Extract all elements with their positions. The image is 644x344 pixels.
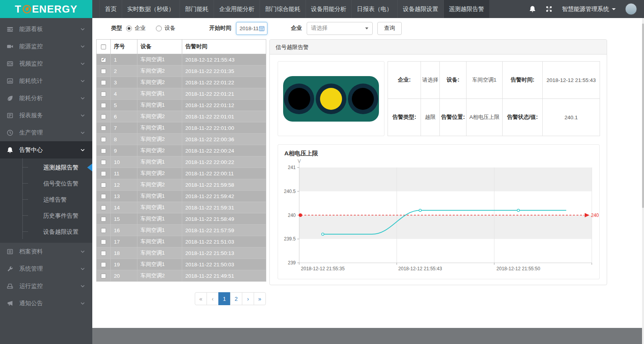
row-checkbox[interactable] [101, 228, 106, 233]
row-checkbox[interactable] [101, 137, 106, 142]
table-row[interactable]: 20车间空调22018-11-22 21:49:51 [97, 270, 266, 282]
table-row[interactable]: 19车间空调12018-11-22 21:50:03 [97, 259, 266, 270]
row-checkbox[interactable] [101, 69, 106, 74]
top-nav-item[interactable]: 首页 [99, 0, 122, 18]
row-checkbox[interactable] [101, 251, 106, 256]
table-row[interactable]: 15车间空调12018-11-22 21:58:49 [97, 213, 266, 225]
sidebar-item[interactable]: 能耗统计 [0, 72, 92, 89]
scrollbar-thumb[interactable] [642, 24, 644, 208]
top-nav-item[interactable]: 部门能耗 [179, 0, 214, 18]
row-checkbox[interactable] [101, 103, 106, 108]
sidebar-subitem[interactable]: 设备越限设置 [0, 224, 92, 240]
row-checkbox-cell [97, 122, 111, 134]
row-checkbox[interactable] [101, 126, 106, 131]
calendar-icon[interactable] [259, 25, 265, 31]
sidebar-item[interactable]: 能源监控 [0, 38, 92, 55]
row-checkbox[interactable] [101, 91, 106, 96]
row-checkbox[interactable] [101, 273, 106, 278]
row-checkbox[interactable] [101, 262, 106, 267]
top-nav-item[interactable]: 日报表（电） [351, 0, 397, 18]
table-row[interactable]: 16车间空调12018-11-22 21:57:59 [97, 225, 266, 236]
radio-device[interactable]: 设备 [156, 25, 176, 32]
sidebar-item[interactable]: 通知公告 [0, 295, 92, 312]
row-checkbox[interactable] [101, 160, 106, 165]
page-button[interactable]: 1 [218, 292, 231, 305]
query-button[interactable]: 查询 [377, 22, 402, 35]
row-checkbox[interactable] [101, 148, 106, 153]
row-cell-time: 2018-11-22 21:50:03 [182, 259, 266, 270]
avatar[interactable] [625, 3, 637, 15]
table-row[interactable]: 3车间空调22018-11-22 22:01:22 [97, 77, 266, 88]
table-row[interactable]: 4车间空调12018-11-22 22:01:21 [97, 88, 266, 100]
table-row[interactable]: 17车间空调12018-11-22 21:51:03 [97, 236, 266, 248]
table-row[interactable]: 2车间空调22018-11-22 22:01:35 [97, 66, 266, 77]
sidebar-item[interactable]: 系统管理 [0, 260, 92, 277]
page-button[interactable]: 2 [230, 292, 242, 305]
page-button[interactable]: › [242, 292, 254, 305]
row-cell-num: 15 [111, 213, 137, 225]
sidebar-item[interactable]: 能耗分析 [0, 89, 92, 107]
row-checkbox[interactable] [101, 205, 106, 210]
table-row[interactable]: 6车间空调22018-11-22 22:01:01 [97, 111, 266, 122]
row-checkbox-cell [97, 202, 111, 213]
row-checkbox[interactable] [101, 57, 106, 62]
sidebar-item[interactable]: 档案资料 [0, 243, 92, 260]
table-row[interactable]: 12车间空调22018-11-22 21:59:58 [97, 179, 266, 191]
table-row[interactable]: 1车间空调12018-12-12 21:55:43 [97, 54, 266, 66]
table-row[interactable]: 11车间空调22018-11-22 22:00:11 [97, 168, 266, 179]
table-row[interactable]: 9车间空调22018-11-22 22:00:24 [97, 145, 266, 157]
sidebar-subitem[interactable]: 信号变位告警 [0, 175, 92, 191]
row-cell-device: 车间空调2 [137, 77, 182, 88]
row-checkbox[interactable] [101, 194, 106, 199]
stats-icon [7, 78, 13, 84]
sidebar-subitem[interactable]: 运维告警 [0, 191, 92, 207]
start-time-input[interactable]: 2018-11 [236, 22, 267, 35]
page-scrollbar[interactable] [642, 18, 644, 344]
top-nav-item[interactable]: 实时数据（秒级） [122, 0, 179, 18]
table-row[interactable]: 7车间空调12018-11-22 22:01:00 [97, 122, 266, 134]
top-nav-item[interactable]: 设备用能分析 [306, 0, 351, 18]
top-nav-item[interactable]: 部门综合能耗 [260, 0, 306, 18]
row-checkbox[interactable] [101, 171, 106, 176]
row-checkbox[interactable] [101, 114, 106, 119]
table-row[interactable]: 5车间空调12018-11-22 22:01:12 [97, 100, 266, 111]
row-cell-time: 2018-11-22 22:00:24 [182, 145, 266, 157]
table-row[interactable]: 10车间空调12018-11-22 22:00:22 [97, 157, 266, 168]
page-button[interactable]: » [254, 292, 266, 305]
sidebar-item[interactable]: 生产管理 [0, 124, 92, 141]
table-row[interactable]: 8车间空调22018-11-22 22:00:36 [97, 134, 266, 145]
sidebar-item[interactable]: 能源看板 [0, 20, 92, 38]
page-button[interactable]: « [195, 292, 207, 305]
radio-icon[interactable] [156, 25, 162, 31]
radio-enterprise[interactable]: 企业 [126, 25, 146, 32]
sidebar-item[interactable]: 视频监控 [0, 55, 92, 72]
sidebar-item-label: 通知公告 [19, 300, 80, 307]
row-checkbox[interactable] [101, 239, 106, 244]
page-button[interactable]: ‹ [207, 292, 219, 305]
sidebar-item-label: 告警中心 [19, 146, 80, 154]
info-value: 2018-12-12 21:55:43 [543, 62, 600, 99]
bell-icon[interactable] [529, 5, 536, 13]
sidebar-item[interactable]: 运行监控 [0, 277, 92, 295]
table-row[interactable]: 14车间空调12018-11-22 21:59:31 [97, 202, 266, 213]
top-nav-item[interactable]: 遥测越限告警 [443, 0, 489, 18]
table-row[interactable]: 18车间空调12018-11-22 21:50:13 [97, 248, 266, 259]
top-nav-item[interactable]: 企业用能分析 [214, 0, 260, 18]
fullscreen-icon[interactable] [545, 5, 553, 13]
top-nav-item[interactable]: 设备越限设置 [397, 0, 443, 18]
sidebar-item[interactable]: 报表服务 [0, 107, 92, 124]
table-row[interactable]: 13车间空调12018-11-22 21:59:42 [97, 191, 266, 202]
enterprise-select[interactable]: 请选择 [307, 22, 373, 35]
sidebar-item[interactable]: 告警中心 [0, 141, 92, 158]
row-checkbox[interactable] [101, 80, 106, 85]
radio-icon[interactable] [126, 25, 132, 31]
row-checkbox[interactable] [101, 217, 106, 222]
select-all-checkbox[interactable] [101, 44, 106, 49]
alarm-info-table: 企业:请选择设备:车间空调1告警时间:2018-12-12 21:55:43告警… [388, 61, 600, 136]
system-title-dropdown[interactable]: 智慧能源管理系统 [562, 5, 616, 13]
pagination-wrap: «‹12›» [96, 292, 266, 305]
row-checkbox[interactable] [101, 182, 106, 187]
traffic-light [283, 76, 379, 122]
sidebar-subitem[interactable]: 历史事件告警 [0, 207, 92, 224]
sidebar-subitem[interactable]: 遥测越限告警 [0, 159, 92, 175]
